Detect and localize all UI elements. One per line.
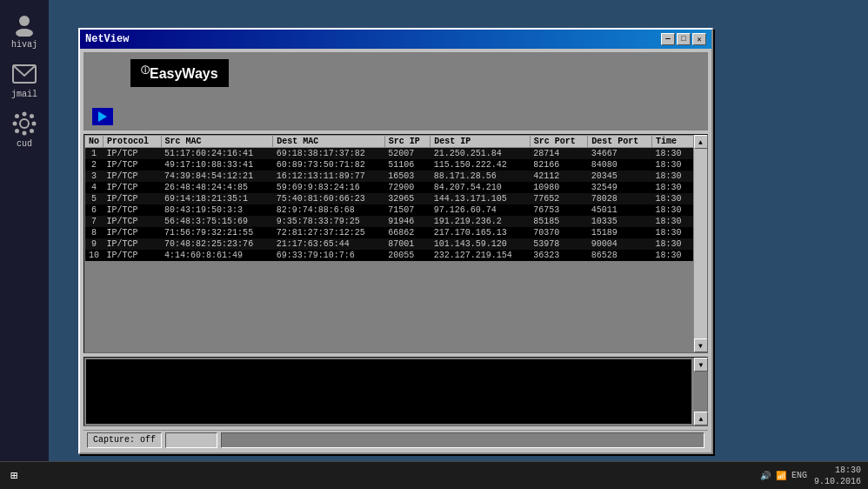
col-header-src-port: Src Port: [530, 136, 588, 148]
detail-scroll-down-button[interactable]: ▼: [694, 358, 708, 372]
cell-row7-col1: IP/TCP: [103, 227, 162, 238]
play-button[interactable]: [92, 108, 113, 125]
cell-row1-col2: 49:17:10:88:33:41: [161, 159, 273, 171]
start-button[interactable]: ⊞: [0, 462, 28, 490]
table-header-row: NoProtocolSrc MACDest MACSrc IPDest IPSr…: [85, 136, 707, 148]
cell-row2-col0: 3: [85, 171, 103, 182]
cell-row7-col5: 217.170.165.13: [431, 227, 530, 238]
svg-point-0: [19, 16, 30, 26]
svg-point-11: [15, 129, 19, 133]
svg-point-6: [13, 122, 17, 126]
cell-row8-col7: 90004: [588, 238, 652, 250]
volume-icon: 📶: [776, 471, 786, 481]
cell-row9-col4: 20055: [384, 250, 431, 261]
cell-row2-col3: 16:12:13:11:89:77: [273, 171, 385, 182]
sidebar-item-label: jmail: [11, 90, 37, 99]
progress-bar: [221, 432, 704, 448]
cell-row5-col1: IP/TCP: [103, 204, 162, 216]
cell-row9-col6: 36323: [530, 250, 588, 261]
cell-row7-col4: 66862: [384, 227, 431, 238]
cud-icon: [10, 110, 38, 137]
cell-row8-col1: IP/TCP: [103, 238, 162, 250]
cell-row5-col6: 76753: [530, 204, 588, 216]
top-panel: ⓘEasyWays: [83, 52, 708, 131]
logo-prefix: ⓘ: [141, 65, 150, 75]
table-row[interactable]: 8IP/TCP71:56:79:32:21:5572:81:27:37:12:2…: [85, 227, 707, 238]
window-controls: — □ ✕: [661, 33, 706, 45]
cell-row7-col7: 15189: [588, 227, 652, 238]
cell-row3-col0: 4: [85, 182, 103, 193]
cell-row2-col7: 20345: [588, 171, 652, 182]
hivaj-icon: [10, 10, 38, 38]
cell-row7-col2: 71:56:79:32:21:55: [161, 227, 273, 238]
sidebar-item-hivaj[interactable]: hivaj: [2, 7, 47, 53]
cell-row7-col6: 70370: [530, 227, 588, 238]
cell-row0-col1: IP/TCP: [103, 148, 162, 160]
table-row[interactable]: 6IP/TCP80:43:19:50:3:382:9:74:88:6:68715…: [85, 204, 707, 216]
network-icon: 🔊: [760, 471, 771, 481]
col-header-dest-mac: Dest MAC: [273, 136, 385, 148]
detail-scroll-up-button[interactable]: ▲: [694, 412, 708, 425]
capture-status: Capture: off: [87, 432, 162, 448]
table-row[interactable]: 4IP/TCP26:48:48:24:4:8559:69:9:83:24:167…: [85, 182, 707, 193]
window-titlebar: NetView — □ ✕: [80, 30, 711, 49]
cell-row1-col3: 60:89:73:50:71:82: [273, 159, 385, 171]
col-header-dest-ip: Dest IP: [431, 136, 530, 148]
col-header-src-ip: Src IP: [384, 136, 431, 148]
taskbar-time-value: 18:30: [814, 465, 861, 476]
netview-window: NetView — □ ✕ ⓘEasyWays NoProtoco: [78, 28, 713, 454]
cell-row4-col6: 77652: [530, 193, 588, 204]
cell-row7-col0: 8: [85, 227, 103, 238]
cell-row8-col0: 9: [85, 238, 103, 250]
cell-row8-col6: 53978: [530, 238, 588, 250]
scroll-up-button[interactable]: ▲: [694, 135, 708, 149]
table-row[interactable]: 9IP/TCP70:48:82:25:23:7621:17:63:65:4487…: [85, 238, 707, 250]
minimize-button[interactable]: —: [661, 33, 675, 45]
cell-row3-col3: 59:69:9:83:24:16: [273, 182, 385, 193]
cell-row4-col0: 5: [85, 193, 103, 204]
sidebar-item-label: hivaj: [11, 40, 37, 50]
table-row[interactable]: 2IP/TCP49:17:10:88:33:4160:89:73:50:71:8…: [85, 159, 707, 171]
cell-row4-col7: 78028: [588, 193, 652, 204]
cell-row6-col2: 56:48:3:75:15:69: [161, 216, 273, 227]
sidebar-item-cud[interactable]: cud: [2, 106, 47, 152]
table-row[interactable]: 3IP/TCP74:39:84:54:12:2116:12:13:11:89:7…: [85, 171, 707, 182]
table-row[interactable]: 5IP/TCP69:14:18:21:35:175:40:81:60:66:23…: [85, 193, 707, 204]
cell-row6-col4: 91946: [384, 216, 431, 227]
detail-scroll-track: [694, 372, 707, 412]
cell-row3-col2: 26:48:48:24:4:85: [161, 182, 273, 193]
sidebar-item-label: cud: [17, 139, 32, 149]
close-button[interactable]: ✕: [692, 33, 706, 45]
sidebar-item-jmail[interactable]: jmail: [2, 57, 47, 103]
svg-point-7: [32, 122, 37, 126]
table-row[interactable]: 10IP/TCP4:14:60:8:61:4969:33:79:10:7:620…: [85, 250, 707, 261]
svg-point-1: [16, 29, 33, 37]
table-row[interactable]: 1IP/TCP51:17:60:24:16:4169:18:38:17:37:8…: [85, 148, 707, 160]
cell-row6-col5: 191.219.236.2: [431, 216, 530, 227]
cell-row4-col4: 32965: [384, 193, 431, 204]
table-body: 1IP/TCP51:17:60:24:16:4169:18:38:17:37:8…: [85, 148, 707, 262]
cell-row8-col5: 101.143.59.120: [431, 238, 530, 250]
col-header-no: No: [85, 136, 103, 148]
cell-row0-col2: 51:17:60:24:16:41: [161, 148, 273, 160]
cell-row6-col3: 9:35:78:33:79:25: [273, 216, 385, 227]
table-row[interactable]: 7IP/TCP56:48:3:75:15:699:35:78:33:79:259…: [85, 216, 707, 227]
cell-row8-col2: 70:48:82:25:23:76: [161, 238, 273, 250]
cell-row5-col7: 45011: [588, 204, 652, 216]
scroll-down-button[interactable]: ▼: [694, 338, 708, 352]
cell-row1-col7: 84080: [588, 159, 652, 171]
maximize-button[interactable]: □: [677, 33, 691, 45]
svg-point-5: [23, 131, 27, 136]
packet-table-container: NoProtocolSrc MACDest MACSrc IPDest IPSr…: [83, 134, 708, 353]
taskbar: ⊞ 🔊 📶 ENG 18:30 9.10.2016: [0, 461, 868, 489]
svg-point-9: [30, 129, 34, 133]
logo-area: ⓘEasyWays: [130, 59, 229, 87]
cell-row9-col0: 10: [85, 250, 103, 261]
cell-row3-col1: IP/TCP: [103, 182, 162, 193]
window-title: NetView: [85, 33, 129, 45]
cell-row1-col6: 82166: [530, 159, 588, 171]
svg-point-8: [15, 114, 19, 118]
cell-row6-col0: 7: [85, 216, 103, 227]
svg-point-3: [20, 119, 29, 128]
packet-table: NoProtocolSrc MACDest MACSrc IPDest IPSr…: [84, 135, 707, 261]
